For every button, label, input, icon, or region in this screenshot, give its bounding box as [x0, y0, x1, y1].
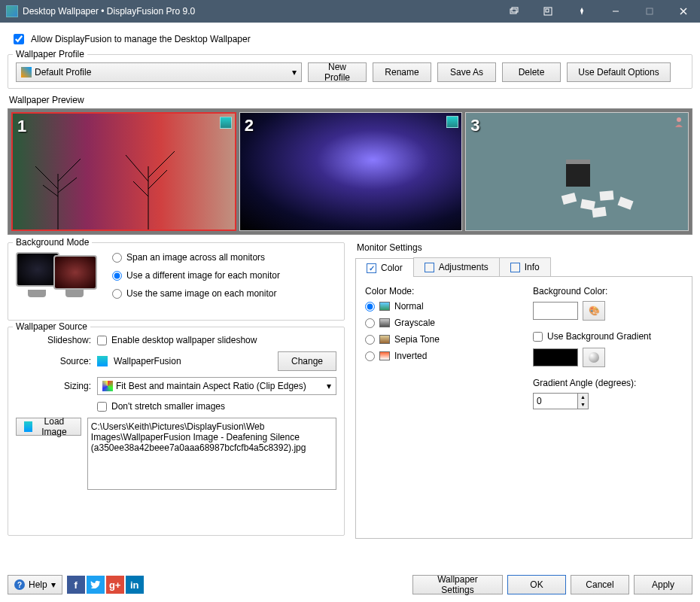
- palette-icon: 🎨: [589, 306, 600, 316]
- slideshow-label: Slideshow:: [16, 335, 91, 345]
- background-mode-legend: Background Mode: [13, 237, 92, 248]
- background-mode-illustration: [16, 251, 105, 297]
- titlebar: Desktop Wallpaper • DisplayFusion Pro 9.…: [0, 0, 700, 23]
- use-gradient-checkbox[interactable]: Use Background Gradient: [533, 331, 683, 342]
- monitor-settings-legend: Monitor Settings: [357, 242, 692, 253]
- sizing-label: Sizing:: [16, 381, 91, 391]
- titlebar-extra-2-icon[interactable]: [531, 0, 565, 23]
- titlebar-extra-1-icon[interactable]: [497, 0, 531, 23]
- tab-checkbox-icon: [367, 263, 376, 273]
- tab-checkbox-icon: [425, 263, 434, 272]
- slideshow-enable-checkbox[interactable]: Enable desktop wallpaper slideshow: [97, 335, 336, 345]
- chevron-down-icon: ▾: [51, 579, 56, 590]
- monitor-preview-1[interactable]: 1: [11, 112, 236, 231]
- background-color-label: Background Color:: [533, 286, 683, 296]
- wallpaper-profile-legend: Wallpaper Profile: [13, 49, 87, 59]
- gradient-picker-button[interactable]: [583, 348, 605, 367]
- help-icon: ?: [14, 579, 25, 590]
- colormode-inverted-radio[interactable]: Inverted: [365, 351, 515, 361]
- monitor-badge-icon: [220, 117, 232, 129]
- source-value: WallpaperFusion: [114, 356, 181, 366]
- bgmode-same-radio[interactable]: Use the same image on each monitor: [112, 288, 280, 299]
- wallpaper-profile-group: Wallpaper Profile Default Profile ▾ New …: [8, 54, 692, 89]
- ok-button[interactable]: OK: [507, 575, 566, 594]
- use-default-options-button[interactable]: Use Default Options: [567, 62, 671, 82]
- profile-selected-value: Default Profile: [35, 67, 91, 78]
- svg-rect-0: [510, 9, 516, 14]
- svg-rect-5: [647, 8, 653, 14]
- tab-info[interactable]: Info: [499, 257, 551, 276]
- footer: ? Help ▾ f g+ in Wallpaper Settings OK C…: [8, 575, 692, 594]
- facebook-icon[interactable]: f: [67, 576, 85, 594]
- image-path-textarea[interactable]: [87, 418, 336, 490]
- maximize-icon[interactable]: [632, 0, 666, 23]
- wallpaper-settings-button[interactable]: Wallpaper Settings: [412, 575, 503, 594]
- wallpaper-source-group: Wallpaper Source Slideshow: Enable deskt…: [8, 327, 345, 536]
- allow-manage-label: Allow DisplayFusion to manage the Deskto…: [31, 34, 251, 44]
- load-image-button[interactable]: Load Image: [16, 418, 81, 436]
- profile-select[interactable]: Default Profile ▾: [16, 62, 302, 82]
- colormode-normal-radio[interactable]: Normal: [365, 301, 515, 312]
- color-mode-label: Color Mode:: [365, 286, 515, 296]
- googleplus-icon[interactable]: g+: [106, 576, 124, 594]
- sizing-icon: [102, 381, 113, 391]
- linkedin-icon[interactable]: in: [126, 576, 144, 594]
- monitor-number: 1: [17, 117, 26, 136]
- new-profile-button[interactable]: New Profile: [308, 62, 367, 82]
- color-picker-button[interactable]: 🎨: [583, 301, 605, 321]
- colormode-sepia-radio[interactable]: Sepia Tone: [365, 334, 515, 345]
- tabstrip: Color Adjustments Info: [355, 257, 692, 277]
- rename-button[interactable]: Rename: [373, 62, 431, 82]
- cancel-button[interactable]: Cancel: [571, 575, 629, 594]
- apply-button[interactable]: Apply: [634, 575, 692, 594]
- wallpaperfusion-icon: [97, 356, 108, 366]
- twitter-icon[interactable]: [87, 576, 105, 594]
- spin-up-icon[interactable]: ▲: [578, 394, 588, 401]
- app-icon: [6, 5, 18, 17]
- sphere-icon: [589, 352, 599, 363]
- background-color-swatch[interactable]: [533, 302, 578, 320]
- change-source-button[interactable]: Change: [278, 351, 336, 371]
- grayscale-icon: [379, 318, 390, 327]
- bgmode-span-radio[interactable]: Span an image across all monitors: [112, 252, 280, 263]
- gradient-color-swatch[interactable]: [533, 348, 578, 366]
- spin-down-icon[interactable]: ▼: [578, 401, 588, 409]
- profile-icon: [21, 67, 32, 78]
- window-title: Desktop Wallpaper • DisplayFusion Pro 9.…: [23, 6, 497, 17]
- preview-strip: 1 2 3: [8, 108, 692, 235]
- save-as-button[interactable]: Save As: [437, 62, 496, 82]
- minimize-icon[interactable]: [598, 0, 632, 23]
- dont-stretch-checkbox[interactable]: Don't stretch smaller images: [97, 401, 336, 412]
- close-icon[interactable]: [666, 0, 700, 23]
- sizing-value: Fit Best and maintain Aspect Ratio (Clip…: [116, 381, 306, 391]
- tab-checkbox-icon: [510, 263, 520, 272]
- wallpaper-source-legend: Wallpaper Source: [13, 321, 90, 332]
- tab-color[interactable]: Color: [355, 258, 414, 277]
- inverted-icon: [379, 351, 390, 360]
- colormode-grayscale-radio[interactable]: Grayscale: [365, 318, 515, 328]
- monitor-preview-2[interactable]: 2: [239, 112, 463, 231]
- monitor-badge-icon: [446, 116, 458, 128]
- monitor-number: 3: [470, 116, 479, 135]
- allow-manage-checkbox[interactable]: Allow DisplayFusion to manage the Deskto…: [11, 32, 692, 47]
- svg-rect-3: [546, 9, 549, 12]
- gradient-angle-label: Gradient Angle (degrees):: [533, 378, 683, 388]
- svg-rect-1: [512, 8, 518, 12]
- gradient-angle-input[interactable]: [534, 394, 577, 409]
- sepia-icon: [379, 335, 390, 344]
- delete-button[interactable]: Delete: [502, 62, 561, 82]
- help-button[interactable]: ? Help ▾: [8, 575, 62, 594]
- tab-body: Color Mode: Normal Grayscale Sepia Tone …: [355, 277, 692, 539]
- load-image-icon: [24, 421, 32, 432]
- gradient-angle-spinner[interactable]: ▲▼: [533, 393, 589, 409]
- tab-adjustments[interactable]: Adjustments: [413, 257, 500, 276]
- monitor-person-icon: [673, 116, 685, 128]
- sizing-select[interactable]: Fit Best and maintain Aspect Ratio (Clip…: [97, 377, 336, 395]
- titlebar-pin-icon[interactable]: [565, 0, 598, 23]
- wallpaper-preview-legend: Wallpaper Preview: [9, 95, 692, 105]
- source-label: Source:: [16, 356, 91, 366]
- monitor-preview-3[interactable]: 3: [465, 112, 689, 231]
- normal-icon: [379, 302, 390, 311]
- chevron-down-icon: ▾: [292, 67, 297, 78]
- bgmode-different-radio[interactable]: Use a different image for each monitor: [112, 270, 280, 281]
